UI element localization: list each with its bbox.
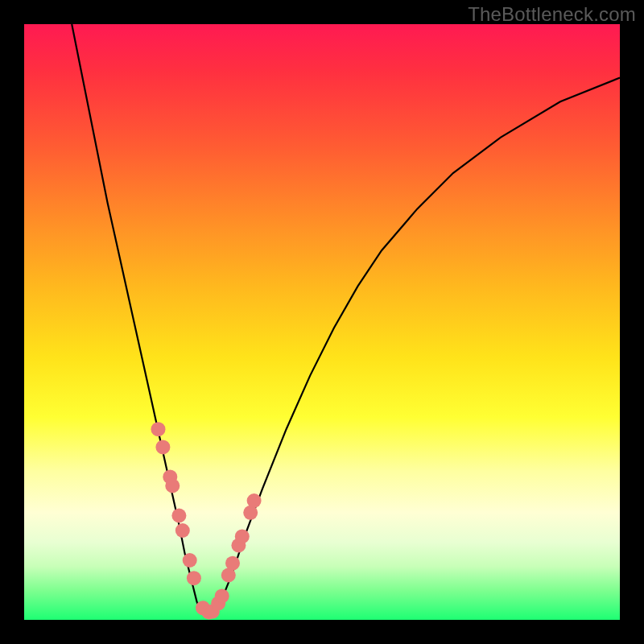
watermark-text: TheBottleneck.com [468, 3, 636, 26]
highlight-dot [215, 588, 229, 603]
plot-area [24, 24, 620, 620]
highlight-dots [151, 422, 262, 619]
highlight-dot [165, 479, 180, 493]
highlight-dot [171, 509, 186, 523]
bottleneck-curve [72, 24, 620, 617]
highlight-dot [151, 422, 166, 436]
curve-layer [24, 24, 620, 620]
highlight-dot [155, 440, 170, 454]
highlight-dot [247, 493, 262, 508]
highlight-dot [175, 523, 190, 538]
highlight-dot [183, 553, 197, 568]
chart-frame: TheBottleneck.com [0, 0, 644, 644]
highlight-dot [225, 556, 240, 571]
highlight-dot [235, 529, 250, 543]
highlight-dot [187, 571, 201, 585]
